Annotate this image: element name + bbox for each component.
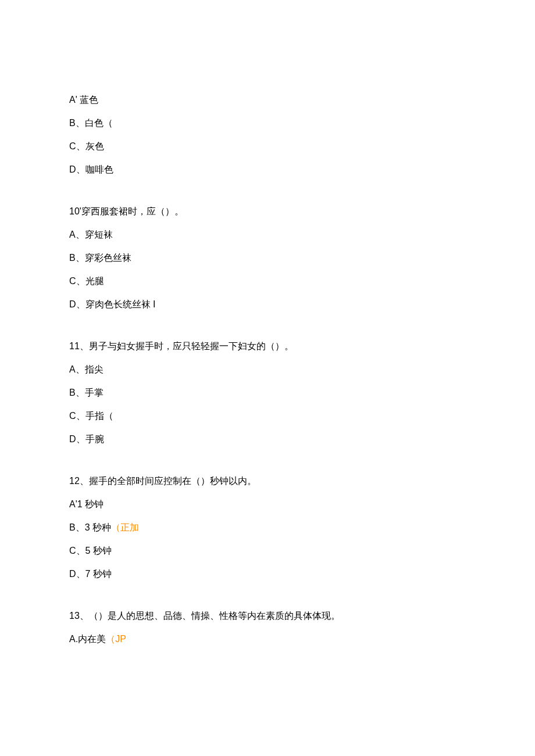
q9-option-b: B、白色（	[69, 116, 466, 130]
q12-option-d: D、7 秒钟	[69, 567, 466, 581]
q11-option-a: A、指尖	[69, 363, 466, 377]
q13-option-a-annotation: （JP	[106, 634, 126, 644]
q12-option-a: A'1 秒钟	[69, 497, 466, 511]
q13-option-a: A.内在美（JP	[69, 632, 466, 646]
q10-text: 10'穿西服套裙时，应（）。	[69, 205, 466, 218]
q10-option-b: B、穿彩色丝袜	[69, 251, 466, 265]
q13-option-a-text: A.内在美	[69, 634, 106, 644]
q12-option-b-annotation: （正加	[111, 522, 139, 532]
q9-option-d: D、咖啡色	[69, 163, 466, 177]
q11-option-b: B、手掌	[69, 386, 466, 400]
q12-option-b-text: B、3 秒种	[69, 522, 111, 532]
q11-option-c: C、手指（	[69, 409, 466, 423]
q9-option-a: A' 蓝色	[69, 93, 466, 107]
q10-option-c: C、光腿	[69, 274, 466, 288]
q10-option-a: A、穿短袜	[69, 228, 466, 242]
q12-option-c: C、5 秒钟	[69, 544, 466, 558]
q12-text: 12、握手的全部时间应控制在（）秒钟以内。	[69, 474, 466, 488]
q12-option-b: B、3 秒种（正加	[69, 521, 466, 535]
q9-option-c: C、灰色	[69, 139, 466, 153]
q10-option-d: D、穿肉色长统丝袜 I	[69, 298, 466, 311]
q13-text: 13、（）是人的思想、品德、情操、性格等内在素质的具体体现。	[69, 609, 466, 623]
q11-text: 11、男子与妇女握手时，应只轻轻握一下妇女的（）。	[69, 339, 466, 353]
q11-option-d: D、手腕	[69, 432, 466, 446]
